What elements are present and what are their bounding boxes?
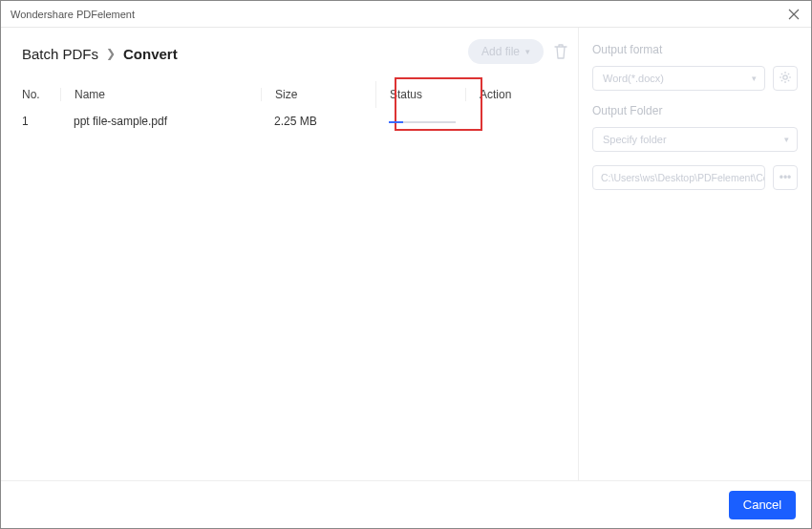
progress-fill — [389, 121, 403, 123]
chevron-down-icon: ▾ — [525, 47, 530, 56]
specify-folder-value: Specify folder — [603, 134, 667, 145]
specify-folder-select[interactable]: Specify folder ▾ — [592, 127, 798, 152]
close-icon[interactable] — [786, 7, 801, 22]
col-header-size: Size — [261, 88, 375, 101]
col-header-action: Action — [465, 88, 574, 101]
progress-bar — [389, 121, 456, 123]
window-title: Wondershare PDFelement — [11, 9, 801, 20]
gear-icon — [779, 71, 792, 87]
add-file-label: Add file — [481, 45, 520, 58]
cell-name: ppt file-sample.pdf — [60, 115, 261, 128]
browse-button[interactable]: ••• — [773, 165, 798, 190]
cell-size: 2.25 MB — [261, 115, 375, 128]
trash-icon[interactable] — [553, 43, 568, 60]
col-header-no: No. — [22, 88, 60, 101]
footer: Cancel — [1, 480, 811, 528]
cancel-button[interactable]: Cancel — [729, 491, 796, 519]
settings-button[interactable] — [773, 66, 798, 91]
chevron-down-icon: ▾ — [752, 74, 757, 83]
col-header-name: Name — [60, 88, 261, 101]
more-icon: ••• — [780, 171, 792, 184]
output-format-value: Word(*.docx) — [603, 73, 664, 84]
cell-status — [375, 108, 465, 135]
titlebar: Wondershare PDFelement — [1, 1, 811, 28]
add-file-button[interactable]: Add file ▾ — [468, 39, 544, 64]
breadcrumb-parent[interactable]: Batch PDFs — [22, 46, 98, 62]
table-row[interactable]: 1 ppt file-sample.pdf 2.25 MB — [22, 108, 574, 135]
cell-no: 1 — [22, 115, 60, 128]
output-format-select[interactable]: Word(*.docx) ▾ — [592, 66, 765, 91]
breadcrumb-current: Convert — [123, 46, 178, 62]
col-header-status: Status — [375, 81, 465, 108]
main-panel: Batch PDFs ❯ Convert Add file ▾ No. Name… — [1, 28, 579, 480]
svg-point-0 — [783, 74, 787, 78]
chevron-right-icon: ❯ — [106, 47, 116, 60]
side-panel: Output format Word(*.docx) ▾ Output Fold… — [579, 28, 811, 480]
folder-path-display: C:\Users\ws\Desktop\PDFelement\Con — [592, 165, 765, 190]
output-folder-label: Output Folder — [592, 104, 798, 117]
table-header: No. Name Size Status Action — [22, 81, 574, 108]
output-format-label: Output format — [592, 43, 798, 56]
chevron-down-icon: ▾ — [784, 135, 789, 144]
